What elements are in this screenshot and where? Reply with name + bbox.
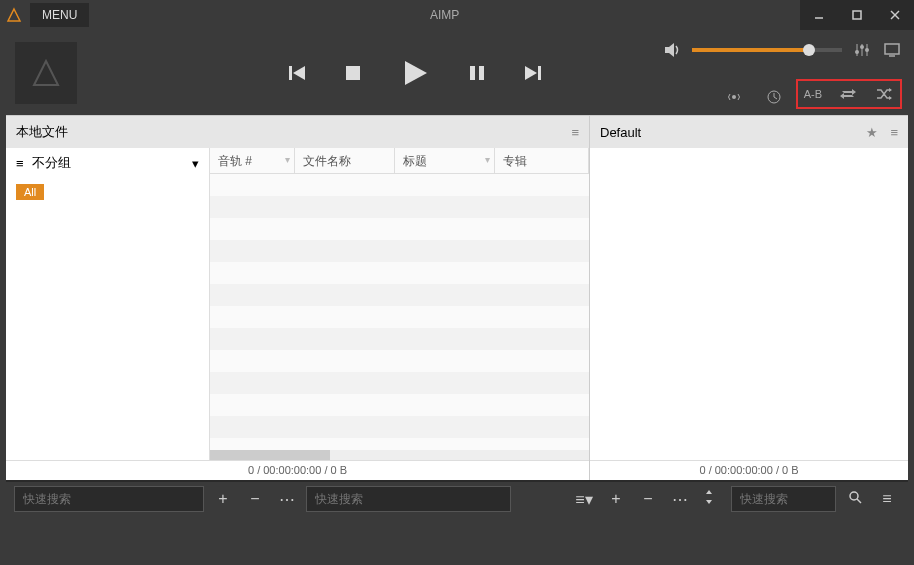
svg-point-31: [850, 492, 858, 500]
remove-button-2[interactable]: −: [635, 490, 661, 508]
search-input-2[interactable]: [306, 486, 511, 512]
pause-button[interactable]: [467, 63, 487, 83]
previous-button[interactable]: [287, 63, 307, 83]
svg-marker-5: [34, 61, 58, 85]
search-input-3[interactable]: [731, 486, 836, 512]
album-art-placeholder: [15, 42, 77, 104]
svg-marker-29: [706, 490, 712, 494]
filter-icon[interactable]: ▾: [485, 154, 490, 165]
play-button[interactable]: [399, 57, 431, 89]
svg-line-26: [774, 97, 777, 99]
right-panel-title: Default: [600, 125, 866, 140]
footer-menu-icon[interactable]: ≡: [874, 490, 900, 508]
broadcast-icon[interactable]: [724, 87, 744, 107]
app-title: AIMP: [89, 8, 800, 22]
sort-icon[interactable]: [699, 490, 725, 508]
track-grid-body: [210, 174, 589, 450]
right-panel-menu-icon[interactable]: ≡: [890, 125, 898, 140]
left-panel-title: 本地文件: [16, 123, 571, 141]
add-button-1[interactable]: +: [210, 490, 236, 508]
more-button-1[interactable]: ⋯: [274, 490, 300, 509]
svg-marker-30: [706, 500, 712, 504]
grouping-label[interactable]: 不分组: [32, 154, 71, 172]
svg-rect-2: [853, 11, 861, 19]
column-track[interactable]: 音轨 #▾: [210, 148, 295, 173]
next-button[interactable]: [523, 63, 543, 83]
maximize-button[interactable]: [838, 0, 876, 30]
horizontal-scrollbar[interactable]: [210, 450, 589, 460]
close-button[interactable]: [876, 0, 914, 30]
svg-point-20: [865, 48, 869, 52]
search-input-1[interactable]: [14, 486, 204, 512]
playlist-body: [590, 148, 908, 460]
volume-icon[interactable]: [662, 40, 682, 60]
list-menu-icon[interactable]: ≡▾: [571, 490, 597, 509]
right-status: 0 / 00:00:00:00 / 0 B: [590, 460, 908, 480]
left-panel-menu-icon[interactable]: ≡: [571, 125, 579, 140]
equalizer-icon[interactable]: [852, 40, 872, 60]
svg-marker-0: [8, 9, 20, 21]
svg-marker-9: [405, 61, 427, 85]
svg-rect-6: [289, 66, 292, 80]
svg-rect-21: [885, 44, 899, 54]
grouping-hamburger-icon[interactable]: ≡: [16, 156, 24, 171]
search-icon[interactable]: [842, 490, 868, 508]
filter-icon[interactable]: ▾: [285, 154, 290, 165]
repeat-icon[interactable]: [838, 84, 858, 104]
svg-line-32: [857, 499, 861, 503]
remove-button-1[interactable]: −: [242, 490, 268, 508]
svg-rect-13: [538, 66, 541, 80]
monitor-icon[interactable]: [882, 40, 902, 60]
svg-rect-11: [479, 66, 484, 80]
column-title[interactable]: 标题▾: [395, 148, 495, 173]
svg-marker-7: [293, 66, 305, 80]
more-button-2[interactable]: ⋯: [667, 490, 693, 509]
column-album[interactable]: 专辑: [495, 148, 589, 173]
clock-icon[interactable]: [764, 87, 784, 107]
ab-repeat-button[interactable]: A-B: [804, 88, 822, 100]
app-logo-small: [0, 1, 28, 29]
svg-rect-8: [346, 66, 360, 80]
svg-marker-28: [889, 96, 892, 100]
svg-marker-14: [665, 43, 674, 57]
volume-slider[interactable]: [692, 48, 842, 52]
column-filename[interactable]: 文件名称: [295, 148, 395, 173]
left-status: 0 / 00:00:00:00 / 0 B: [6, 460, 589, 480]
svg-marker-12: [525, 66, 537, 80]
menu-button[interactable]: MENU: [30, 3, 89, 27]
svg-rect-10: [470, 66, 475, 80]
all-filter-badge[interactable]: All: [16, 184, 44, 200]
minimize-button[interactable]: [800, 0, 838, 30]
playback-modes-highlight: A-B: [796, 79, 902, 109]
star-icon[interactable]: ★: [866, 125, 878, 140]
svg-marker-27: [889, 88, 892, 92]
stop-button[interactable]: [343, 63, 363, 83]
grouping-dropdown-icon[interactable]: ▾: [192, 156, 199, 171]
add-button-2[interactable]: +: [603, 490, 629, 508]
svg-point-19: [860, 45, 864, 49]
svg-point-23: [732, 95, 736, 99]
svg-point-18: [855, 50, 859, 54]
shuffle-icon[interactable]: [874, 84, 894, 104]
grid-header: 音轨 #▾ 文件名称 标题▾ 专辑: [210, 148, 589, 174]
